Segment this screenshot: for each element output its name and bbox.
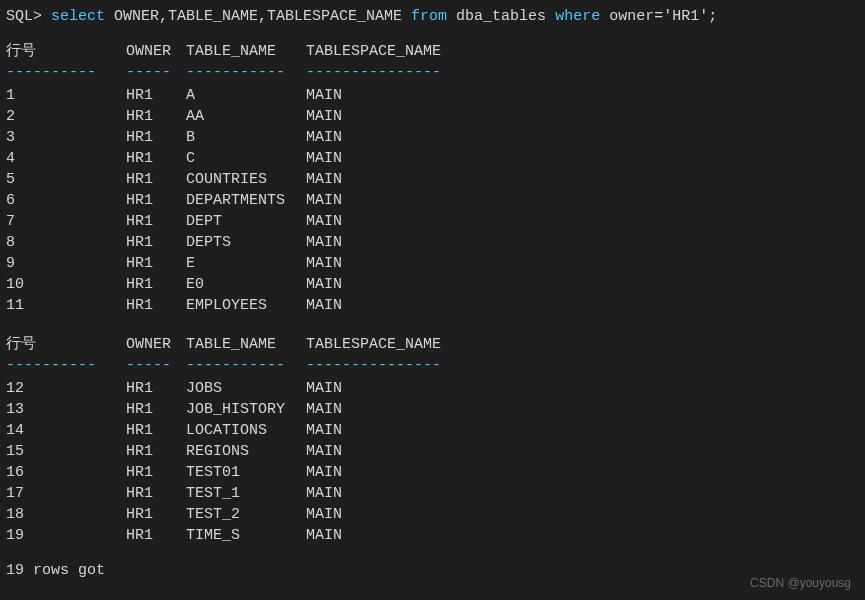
sql-columns: OWNER,TABLE_NAME,TABLESPACE_NAME — [105, 8, 411, 25]
dashes-row: ----------------------------------------… — [6, 355, 859, 376]
cell-tablespace-name: MAIN — [306, 504, 859, 525]
cell-tablespace-name: MAIN — [306, 525, 859, 546]
sql-from-keyword: from — [411, 8, 447, 25]
cell-table-name: DEPT — [186, 211, 306, 232]
cell-owner: HR1 — [126, 190, 186, 211]
cell-tablespace-name: MAIN — [306, 85, 859, 106]
table-row: 14HR1LOCATIONSMAIN — [6, 420, 859, 441]
cell-rownum: 12 — [6, 378, 126, 399]
table-row: 7HR1DEPTMAIN — [6, 211, 859, 232]
header-owner: OWNER — [126, 41, 186, 62]
cell-tablespace-name: MAIN — [306, 190, 859, 211]
cell-tablespace-name: MAIN — [306, 127, 859, 148]
cell-rownum: 3 — [6, 127, 126, 148]
table-row: 11HR1EMPLOYEESMAIN — [6, 295, 859, 316]
cell-table-name: JOBS — [186, 378, 306, 399]
cell-table-name: B — [186, 127, 306, 148]
dashes-table-name: ----------- — [186, 62, 306, 83]
sql-query-line: SQL> select OWNER,TABLE_NAME,TABLESPACE_… — [6, 6, 859, 27]
cell-owner: HR1 — [126, 441, 186, 462]
cell-rownum: 10 — [6, 274, 126, 295]
cell-rownum: 18 — [6, 504, 126, 525]
cell-tablespace-name: MAIN — [306, 106, 859, 127]
dashes-owner: ----- — [126, 62, 186, 83]
dashes-tablespace-name: --------------- — [306, 355, 859, 376]
sql-condition-col: owner — [600, 8, 654, 25]
cell-rownum: 4 — [6, 148, 126, 169]
sql-equals: = — [654, 8, 663, 25]
watermark: CSDN @youyousg — [750, 575, 851, 592]
cell-rownum: 17 — [6, 483, 126, 504]
cell-rownum: 19 — [6, 525, 126, 546]
cell-owner: HR1 — [126, 169, 186, 190]
table-row: 6HR1DEPARTMENTSMAIN — [6, 190, 859, 211]
cell-owner: HR1 — [126, 420, 186, 441]
table-row: 2HR1AAMAIN — [6, 106, 859, 127]
cell-table-name: TEST01 — [186, 462, 306, 483]
cell-table-name: TIME_S — [186, 525, 306, 546]
cell-owner: HR1 — [126, 253, 186, 274]
cell-tablespace-name: MAIN — [306, 169, 859, 190]
dashes-tablespace-name: --------------- — [306, 62, 859, 83]
result-block-2: 行号OWNERTABLE_NAMETABLESPACE_NAME--------… — [6, 334, 859, 546]
cell-rownum: 5 — [6, 169, 126, 190]
header-owner: OWNER — [126, 334, 186, 355]
cell-tablespace-name: MAIN — [306, 399, 859, 420]
column-header-row: 行号OWNERTABLE_NAMETABLESPACE_NAME — [6, 41, 859, 62]
cell-tablespace-name: MAIN — [306, 420, 859, 441]
cell-rownum: 2 — [6, 106, 126, 127]
dashes-owner: ----- — [126, 355, 186, 376]
cell-owner: HR1 — [126, 232, 186, 253]
cell-owner: HR1 — [126, 148, 186, 169]
cell-tablespace-name: MAIN — [306, 441, 859, 462]
sql-value: 'HR1' — [663, 8, 708, 25]
cell-owner: HR1 — [126, 274, 186, 295]
header-rownum: 行号 — [6, 41, 126, 62]
cell-table-name: REGIONS — [186, 441, 306, 462]
table-row: 12HR1JOBSMAIN — [6, 378, 859, 399]
cell-rownum: 16 — [6, 462, 126, 483]
dashes-row: ----------------------------------------… — [6, 62, 859, 83]
sql-semicolon: ; — [708, 8, 717, 25]
cell-table-name: AA — [186, 106, 306, 127]
table-row: 5HR1COUNTRIESMAIN — [6, 169, 859, 190]
cell-rownum: 8 — [6, 232, 126, 253]
cell-owner: HR1 — [126, 295, 186, 316]
cell-owner: HR1 — [126, 127, 186, 148]
table-row: 16HR1TEST01MAIN — [6, 462, 859, 483]
header-tablespace-name: TABLESPACE_NAME — [306, 334, 859, 355]
table-row: 18HR1TEST_2MAIN — [6, 504, 859, 525]
table-row: 17HR1TEST_1MAIN — [6, 483, 859, 504]
cell-rownum: 15 — [6, 441, 126, 462]
cell-tablespace-name: MAIN — [306, 253, 859, 274]
column-header-row: 行号OWNERTABLE_NAMETABLESPACE_NAME — [6, 334, 859, 355]
header-table-name: TABLE_NAME — [186, 41, 306, 62]
cell-rownum: 6 — [6, 190, 126, 211]
table-row: 4HR1CMAIN — [6, 148, 859, 169]
cell-table-name: DEPTS — [186, 232, 306, 253]
cell-table-name: E0 — [186, 274, 306, 295]
header-rownum: 行号 — [6, 334, 126, 355]
cell-owner: HR1 — [126, 399, 186, 420]
cell-rownum: 11 — [6, 295, 126, 316]
cell-rownum: 9 — [6, 253, 126, 274]
result-block-1: 行号OWNERTABLE_NAMETABLESPACE_NAME--------… — [6, 41, 859, 316]
dashes-rownum: ---------- — [6, 355, 126, 376]
cell-owner: HR1 — [126, 85, 186, 106]
sql-select-keyword: select — [51, 8, 105, 25]
cell-tablespace-name: MAIN — [306, 295, 859, 316]
sql-tablename: dba_tables — [447, 8, 555, 25]
cell-owner: HR1 — [126, 483, 186, 504]
table-row: 15HR1REGIONSMAIN — [6, 441, 859, 462]
cell-rownum: 1 — [6, 85, 126, 106]
cell-table-name: A — [186, 85, 306, 106]
header-tablespace-name: TABLESPACE_NAME — [306, 41, 859, 62]
cell-table-name: EMPLOYEES — [186, 295, 306, 316]
cell-table-name: TEST_2 — [186, 504, 306, 525]
table-row: 9HR1EMAIN — [6, 253, 859, 274]
cell-tablespace-name: MAIN — [306, 211, 859, 232]
cell-owner: HR1 — [126, 211, 186, 232]
cell-owner: HR1 — [126, 525, 186, 546]
cell-table-name: LOCATIONS — [186, 420, 306, 441]
sql-prompt: SQL> — [6, 8, 51, 25]
